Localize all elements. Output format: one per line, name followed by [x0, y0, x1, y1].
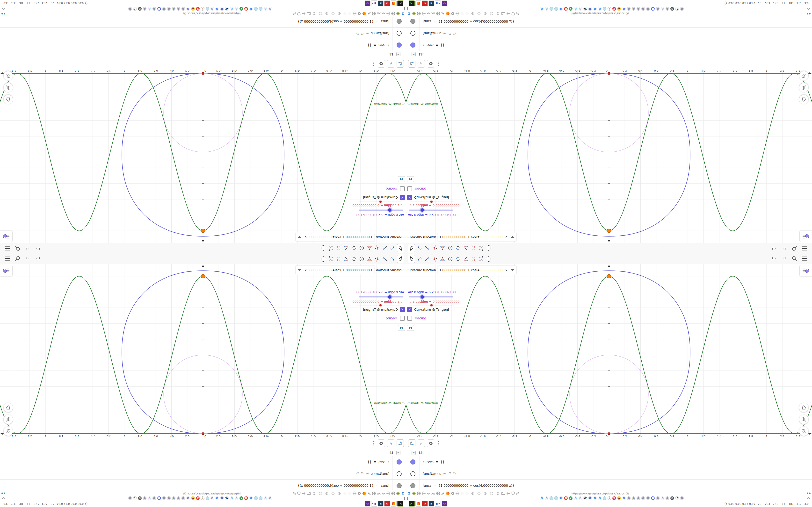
reflect-tool[interactable]	[335, 244, 342, 252]
algebra-descriptions-button[interactable]	[397, 439, 404, 447]
tab-favicon-sphere[interactable]	[603, 7, 606, 11]
tab-favicon-google[interactable]: G	[559, 7, 563, 11]
shield-icon[interactable]	[297, 11, 301, 16]
address-bar-url[interactable]: https://www.geogebra.org/classic/aagcxh3…	[183, 12, 241, 15]
tab-favicon-ggb-gray[interactable]: ⬢	[627, 7, 630, 11]
point-tool[interactable]: A	[389, 244, 396, 252]
tab-favicon-google[interactable]: G	[230, 7, 234, 11]
graph-point[interactable]	[607, 229, 611, 233]
tab-favicon-sphere[interactable]	[554, 7, 558, 11]
tab-favicon-google[interactable]: G	[215, 7, 219, 11]
ellipse-tool[interactable]	[351, 244, 358, 252]
tab-favicon-ggb-gray[interactable]: ⬢	[167, 7, 170, 11]
circle-icon[interactable]	[489, 11, 494, 16]
gauge-icon[interactable]	[431, 491, 436, 496]
skip-to-end-button[interactable]	[398, 325, 405, 331]
slider-knob[interactable]	[379, 201, 382, 203]
tab-favicon-wikipedia[interactable]: W	[225, 7, 229, 11]
circle-icon[interactable]	[318, 11, 323, 16]
point-tool[interactable]: A	[416, 255, 423, 263]
tab-favicon-sphere[interactable]	[603, 496, 606, 500]
tab-favicon-green-check[interactable]: ∨	[240, 496, 243, 500]
pause-icon[interactable]	[403, 7, 405, 10]
target-icon[interactable]	[396, 491, 400, 496]
algebra-row[interactable]: funcs = {1.000000000000 + cos(4.00000000…	[0, 480, 406, 492]
algebra-row[interactable]: curves = {}	[406, 39, 812, 51]
tracing-checkbox[interactable]	[400, 316, 405, 321]
target-icon[interactable]	[412, 491, 416, 496]
tab-favicon-yandex[interactable]: Я	[564, 7, 568, 11]
tab-favicon-yandex[interactable]: Я	[612, 496, 616, 500]
home-button[interactable]	[4, 95, 13, 104]
undo-button[interactable]	[771, 245, 777, 251]
globe-icon[interactable]	[421, 491, 426, 496]
tab-favicon-ggb-gray[interactable]: ⬢	[128, 7, 132, 11]
algebra-descriptions-button[interactable]	[397, 60, 404, 68]
graph-point[interactable]	[202, 72, 204, 74]
perpendicular-line-tool[interactable]	[374, 255, 381, 263]
tab-favicon-function-f[interactable]: f	[133, 7, 137, 11]
tracing-checkbox[interactable]	[400, 186, 405, 191]
tab-favicon-ggb-gray[interactable]: ⬢	[642, 7, 645, 11]
tab-favicon-google[interactable]: G	[268, 7, 272, 11]
collapse-group-button[interactable]: −	[412, 451, 416, 455]
dot-circle-icon[interactable]	[337, 491, 342, 496]
firefox-icon[interactable]	[362, 11, 366, 16]
reflect-tool[interactable]	[470, 255, 477, 263]
tab-favicon-wikipedia[interactable]: W	[583, 496, 587, 500]
arrow-left-icon[interactable]	[506, 11, 510, 16]
tab-favicon-ggb-gray[interactable]: ⬢	[637, 496, 640, 500]
circle-icon[interactable]	[489, 491, 494, 496]
ellipse-tool[interactable]	[351, 255, 358, 263]
tab-favicon-green-check[interactable]: ∨	[569, 496, 572, 500]
settings-gear-button[interactable]	[378, 439, 385, 447]
tracing-checkbox[interactable]	[407, 186, 412, 191]
redo-button[interactable]	[781, 256, 788, 262]
arc-length-slider[interactable]	[359, 296, 403, 298]
slider-knob[interactable]	[430, 201, 433, 203]
ghost-icon[interactable]	[348, 491, 352, 496]
dot-circle-icon[interactable]	[324, 491, 329, 496]
tab-favicon-sphere[interactable]	[254, 7, 258, 11]
visibility-marble[interactable]	[410, 19, 415, 24]
tab-favicon-google[interactable]: G	[148, 7, 151, 11]
lock-icon[interactable]	[292, 491, 296, 496]
visibility-marble[interactable]	[397, 43, 402, 48]
taskbar-app-terminal[interactable]: >_	[397, 0, 403, 6]
search-icon[interactable]	[14, 245, 21, 251]
tab-favicon-google[interactable]: G	[598, 496, 602, 500]
globe-icon[interactable]	[436, 491, 440, 496]
tab-favicon-ggb-gray[interactable]: ⬢	[646, 496, 650, 500]
circle-tool[interactable]	[358, 255, 365, 263]
dot-circle-icon[interactable]	[470, 491, 475, 496]
globe-icon[interactable]	[455, 491, 460, 496]
home-button[interactable]	[4, 403, 13, 412]
taskbar-app-terminal[interactable]: >_	[409, 0, 415, 6]
taskbar-app-settings-red[interactable]: ⚙	[422, 501, 428, 507]
graph-point[interactable]	[607, 274, 611, 278]
dot-circle-icon[interactable]	[312, 491, 316, 496]
undo-button[interactable]	[35, 256, 41, 262]
tab-favicon-google[interactable]: G	[230, 496, 234, 500]
gear-icon[interactable]	[357, 491, 361, 496]
tab-favicon-info[interactable]: i	[608, 496, 611, 500]
dot-circle-icon[interactable]	[324, 11, 329, 16]
slider-knob[interactable]	[420, 295, 424, 299]
visibility-marble[interactable]	[397, 459, 402, 464]
tab-favicon-green-check[interactable]: ∨	[569, 7, 572, 11]
dot-circle-icon[interactable]	[470, 11, 475, 16]
algebra-descriptions-button[interactable]	[408, 439, 415, 447]
tab-favicon-google[interactable]: G	[210, 7, 214, 11]
tab-favicon-google[interactable]: G	[148, 496, 151, 500]
taskbar-app-settings-red[interactable]: ⚙	[384, 0, 390, 6]
line-tool[interactable]	[423, 244, 430, 252]
lock-icon[interactable]	[516, 11, 520, 16]
tab-favicon-ggb-gray[interactable]: ⬢	[162, 7, 166, 11]
algebra-row[interactable]: funcNames = {" "}	[0, 468, 406, 480]
graphics-view[interactable]: -2.4-2.2-2-1.8-1.6-1.4-1.2-1-0.8-0.6-0.4…	[406, 70, 812, 243]
zoom-out-button[interactable]	[4, 427, 13, 436]
perpendicular-line-tool[interactable]	[431, 244, 438, 252]
angle-tool[interactable]	[343, 244, 350, 252]
taskbar-app-display-settings[interactable]: ▣	[428, 501, 434, 507]
algebra-row[interactable]: funcNames = {" "}	[406, 27, 812, 39]
